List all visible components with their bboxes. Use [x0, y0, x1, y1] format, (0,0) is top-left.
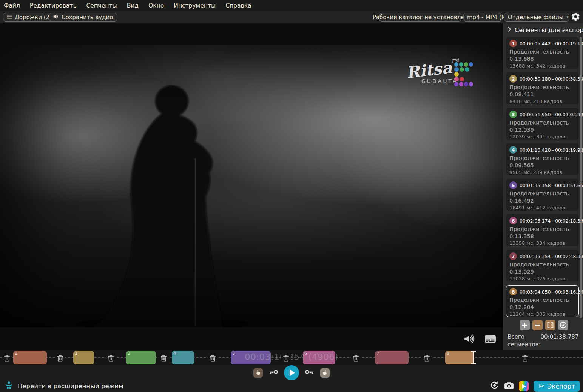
logo-dot — [464, 62, 468, 67]
segment-time-range: 00:03:04.050 - 00:03:16.254 — [520, 289, 583, 295]
speaker-icon — [53, 14, 59, 21]
menu-item-5[interactable]: Окно — [148, 2, 164, 9]
timeline[interactable]: 00:03:16.254 (4906) 12345678 — [0, 350, 583, 365]
save-audio-label: Сохранить аудио — [62, 14, 113, 21]
menu-item-3[interactable]: Сегменты — [86, 2, 117, 9]
segment-number-badge: 8 — [509, 288, 517, 295]
delete-segment-icon[interactable] — [208, 354, 217, 363]
rotate-icon[interactable] — [490, 381, 499, 392]
menu-item-6[interactable]: Инструменты — [174, 2, 216, 9]
delete-segment-icon[interactable] — [106, 354, 116, 363]
segment-list: 100:00:05.442 - 00:00:19.131Продолжитель… — [506, 37, 579, 321]
chevron-right-icon — [507, 26, 511, 34]
export-label: Экспорт — [547, 383, 575, 390]
export-button[interactable]: ✂ Экспорт — [534, 381, 580, 392]
play-button[interactable] — [284, 365, 299, 380]
timeline-segment-2[interactable]: 2 — [73, 351, 94, 364]
invert-segments-button[interactable] — [545, 320, 555, 330]
timeline-segment-4[interactable]: 4 — [172, 351, 194, 364]
segment-card-header: 500:01:35.158 - 00:01:51.650 — [509, 181, 575, 189]
segment-number-badge: 6 — [509, 217, 517, 224]
camera-icon[interactable] — [504, 381, 514, 391]
segment-card-header: 800:03:04.050 - 00:03:16.254 — [509, 288, 575, 295]
set-cut-start-button[interactable] — [253, 368, 263, 378]
segments-header[interactable]: Сегменты для экспорта: — [507, 26, 583, 34]
logo-dot — [459, 82, 463, 86]
delete-segment-icon[interactable] — [281, 354, 291, 363]
segment-card[interactable]: 300:00:51.950 - 00:01:03.989Продолжитель… — [506, 108, 579, 140]
video-player[interactable]: RitsaTM GUDAUTA — [0, 23, 503, 350]
segments-header-label: Сегменты для экспорта: — [515, 26, 583, 34]
timeline-segment-3[interactable]: 3 — [126, 351, 156, 364]
advanced-mode-label: Перейти в расширенный режим — [18, 383, 123, 390]
delete-segment-icon[interactable] — [520, 354, 530, 363]
timeline-segment-6[interactable]: 6 — [303, 351, 335, 364]
logo-dot — [460, 67, 464, 72]
settings-button[interactable] — [571, 12, 581, 23]
gear-icon — [571, 12, 580, 23]
delete-segment-icon[interactable] — [2, 354, 12, 363]
format-value: mp4 - MP4 (M — [467, 14, 506, 21]
channel-logo-dots — [454, 62, 473, 87]
segment-card-header: 600:02:05.174 - 00:02:18.532 — [509, 217, 575, 224]
delete-segment-icon[interactable] — [422, 354, 432, 363]
segment-details: 13358 мс, 334 кадров — [509, 240, 575, 246]
segment-card[interactable]: 700:02:35.354 - 00:02:48.382Продолжитель… — [506, 250, 579, 281]
segment-actions: + − — [520, 320, 568, 330]
menu-item-2[interactable]: Редактировать — [30, 2, 77, 9]
transport-controls — [0, 365, 583, 380]
save-audio-button[interactable]: Сохранить аудио — [49, 13, 117, 22]
segment-card[interactable]: 600:02:05.174 - 00:02:18.532Продолжитель… — [506, 214, 579, 246]
timeline-segment-5[interactable]: 5 — [231, 351, 271, 364]
segment-card[interactable]: 400:01:10.420 - 00:01:19.986Продолжитель… — [506, 143, 579, 175]
segment-time-range: 00:00:30.180 - 00:00:38.591 — [520, 76, 583, 82]
advanced-mode-toggle[interactable]: Перейти в расширенный режим — [5, 381, 123, 391]
menu-bar: ФайлРедактироватьСегментыВидОкноИнструме… — [0, 0, 583, 11]
delete-segment-icon[interactable] — [55, 354, 65, 363]
prev-keyframe-icon[interactable] — [269, 369, 278, 377]
segment-duration: Продолжительность 0:16.492 — [509, 190, 566, 204]
format-dropdown[interactable]: mp4 - MP4 (M ▾ — [463, 13, 502, 22]
timeline-segment-1[interactable]: 1 — [13, 351, 47, 364]
timeline-segment-7[interactable]: 7 — [375, 351, 409, 364]
next-keyframe-icon[interactable] — [305, 369, 314, 377]
volume-icon[interactable] — [463, 334, 475, 345]
menu-item-1[interactable]: Файл — [4, 2, 20, 9]
segment-duration: Продолжительность 0:13.358 — [509, 226, 566, 240]
segment-number-badge: 2 — [509, 75, 517, 83]
segment-duration: Продолжительность 0:09.565 — [509, 155, 566, 169]
segment-card[interactable]: 500:01:35.158 - 00:01:51.650Продолжитель… — [506, 179, 579, 211]
timeline-segment-number: 4 — [173, 351, 176, 356]
timeline-segment-number: 7 — [376, 351, 379, 356]
segment-number-badge: 1 — [509, 40, 517, 47]
app-logo-toggle[interactable] — [519, 381, 529, 391]
segment-card[interactable]: 800:03:04.050 - 00:03:16.254Продолжитель… — [506, 285, 579, 317]
working-dir-button[interactable]: Рабочий каталог не установлен — [379, 13, 461, 22]
segment-card[interactable]: 200:00:30.180 - 00:00:38.591Продолжитель… — [506, 72, 579, 104]
logo-dot — [464, 82, 468, 86]
segment-card[interactable]: 100:00:05.442 - 00:00:19.131Продолжитель… — [506, 37, 579, 69]
select-segments-button[interactable] — [558, 320, 568, 330]
output-mode-dropdown[interactable]: Отдельные файлы ▾ — [504, 13, 569, 22]
playhead-cursor[interactable] — [471, 350, 476, 365]
delete-segment-icon[interactable] — [159, 354, 168, 363]
segment-duration: Продолжительность 0:08.411 — [509, 84, 566, 98]
segment-details: 16491 мс, 412 кадров — [509, 205, 575, 211]
logo-dot — [454, 82, 458, 86]
add-segment-button[interactable]: + — [520, 320, 530, 330]
remove-segment-button[interactable]: − — [532, 320, 543, 330]
sidebar-scrollbar[interactable] — [580, 37, 582, 318]
menu-item-7[interactable]: Справка — [225, 2, 251, 9]
scissors-icon: ✂ — [538, 382, 544, 390]
timeline-segment-number: 6 — [304, 351, 307, 356]
segments-sidebar: Сегменты для экспорта: 100:00:05.442 - 0… — [503, 23, 583, 350]
set-cut-end-button[interactable] — [320, 368, 330, 378]
menu-item-4[interactable]: Вид — [127, 2, 139, 9]
subtitles-icon[interactable] — [484, 335, 496, 345]
delete-segment-icon[interactable] — [351, 354, 361, 363]
segment-time-range: 00:00:05.442 - 00:00:19.131 — [520, 41, 583, 46]
segment-time-range: 00:02:05.174 - 00:02:18.532 — [520, 218, 583, 224]
segment-time-range: 00:01:35.158 - 00:01:51.650 — [520, 183, 583, 188]
timeline-segment-8[interactable]: 8 — [445, 351, 473, 364]
segment-card-header: 300:00:51.950 - 00:01:03.989 — [509, 111, 575, 118]
